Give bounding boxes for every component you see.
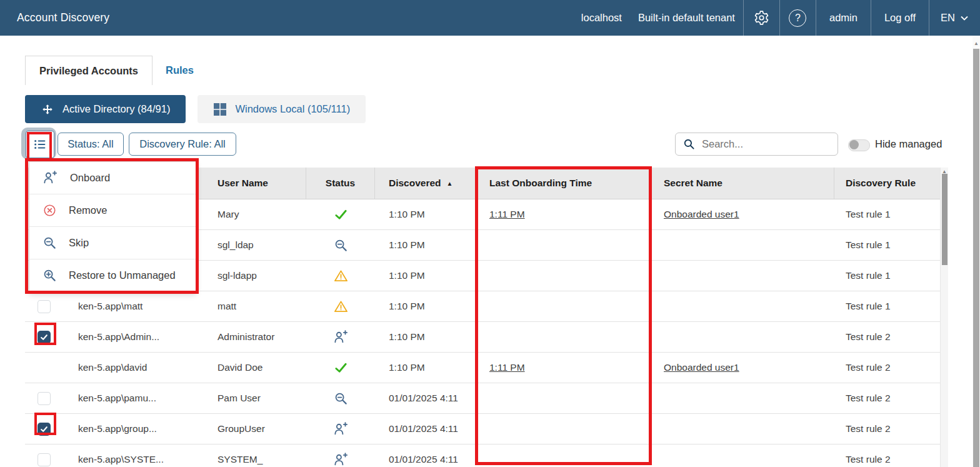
settings-button[interactable] [743, 0, 779, 36]
last-onboarding-cell [476, 322, 651, 352]
menu-item-restore-to-unmanaged[interactable]: Restore to Unmanaged [29, 259, 196, 291]
status-cell [306, 199, 375, 229]
windows-local-button[interactable]: Windows Local (105/111) [198, 95, 366, 123]
discovered-cell: 01/01/2025 4:11 [375, 383, 476, 413]
search-icon [683, 138, 695, 150]
page-title: Account Discovery [0, 0, 109, 36]
secret-name-cell [651, 444, 834, 467]
table-row[interactable]: ken-5.app\davidDavid Doe1:10 PM1:11 PMOn… [25, 353, 940, 383]
column-header-last_onboarding[interactable]: Last Onboarding Time [476, 168, 651, 199]
active-directory-icon [41, 103, 54, 116]
user-name-cell: sgl_ldap [206, 230, 306, 260]
column-header-secret[interactable]: Secret Name [651, 168, 834, 199]
last-onboarding-link[interactable]: 1:11 PM [489, 362, 525, 373]
status-filter-button[interactable]: Status: All [58, 133, 124, 156]
menu-item-label: Restore to Unmanaged [69, 269, 176, 281]
menu-item-label: Skip [69, 237, 89, 249]
account-name-cell: ken-5.app\pamu... [62, 383, 206, 413]
table-row[interactable]: ken-5.app\pamu...Pam User01/01/2025 4:11… [25, 383, 940, 414]
column-header-discovered[interactable]: Discovered▲ [375, 168, 476, 199]
search-box [675, 133, 838, 156]
table-row[interactable]: ken-5.app\SYSTE...SYSTEM_01/01/2025 4:11… [25, 444, 940, 467]
active-directory-button[interactable]: Active Directory (84/91) [25, 95, 186, 123]
language-selector[interactable]: EN [929, 0, 980, 36]
table-scrollbar-thumb[interactable] [942, 174, 948, 265]
account-name-cell: ken-5.app\group... [62, 414, 206, 444]
discovery-rule-cell: Test rule 1 [834, 261, 940, 291]
row-checkbox[interactable] [38, 453, 51, 466]
row-checkbox[interactable] [38, 392, 51, 405]
account-name-cell: ken-5.app\david [62, 353, 206, 383]
discovered-cell: 1:10 PM [375, 291, 476, 321]
page-scroll-up-arrow-icon[interactable]: ▲ [972, 41, 980, 46]
discovered-cell: 1:10 PM [375, 261, 476, 291]
table-scrollbar: ▲ [940, 168, 948, 467]
discovery-rule-cell: Test rule 2 [834, 414, 940, 444]
help-icon: ? [789, 9, 806, 27]
user-name-cell: GroupUser [206, 414, 306, 444]
search-input[interactable] [701, 138, 828, 151]
help-button[interactable]: ? [779, 0, 816, 36]
discovery-rule-cell: Test rule 2 [834, 353, 940, 383]
secret-name-cell [651, 414, 834, 444]
last-onboarding-cell: 1:11 PM [476, 199, 651, 229]
gear-icon [754, 10, 769, 26]
discovered-cell: 1:10 PM [375, 353, 476, 383]
zoom-minus-icon [334, 238, 348, 253]
bulk-actions-button[interactable] [26, 131, 54, 158]
tab-rules[interactable]: Rules [152, 56, 207, 85]
tab-privileged-accounts[interactable]: Privileged Accounts [25, 56, 152, 85]
secret-name-cell: Onboarded user1 [651, 353, 834, 383]
column-header-user[interactable]: User Name [206, 168, 306, 199]
row-checkbox-checked[interactable] [38, 423, 51, 436]
user-name-cell: Pam User [206, 383, 306, 413]
status-cell [306, 444, 375, 467]
secret-name-link[interactable]: Onboarded user1 [664, 209, 739, 220]
row-checkbox-checked[interactable] [38, 331, 51, 344]
hide-managed-toggle[interactable] [848, 139, 870, 151]
windows-local-label: Windows Local (105/111) [235, 103, 350, 115]
account-name-cell: ken-5.app\Admin... [62, 322, 206, 352]
column-header-status[interactable]: Status [306, 168, 375, 199]
host-label: localhost [573, 0, 630, 36]
logoff-button[interactable]: Log off [871, 0, 929, 36]
warning-icon [334, 299, 348, 314]
source-buttons: Active Directory (84/91) Windows Local (… [25, 95, 366, 123]
last-onboarding-cell [476, 414, 651, 444]
status-cell [306, 230, 375, 260]
table-row[interactable]: ken-5.app\mattmatt1:10 PMTest rule 1 [25, 291, 940, 322]
hide-managed-label: Hide managed [875, 138, 942, 150]
menu-item-remove[interactable]: Remove [29, 194, 196, 226]
last-onboarding-cell [476, 444, 651, 467]
windows-icon [213, 103, 227, 116]
discovery-rule-cell: Test rule 2 [834, 383, 940, 413]
select-cell [25, 291, 62, 321]
user-menu[interactable]: admin [816, 0, 871, 36]
check-icon [334, 208, 348, 222]
discovered-cell: 1:10 PM [375, 322, 476, 352]
page-scrollbar-thumb[interactable] [973, 49, 979, 467]
active-directory-label: Active Directory (84/91) [62, 103, 170, 115]
table-row[interactable]: ken-5.app\group...GroupUser01/01/2025 4:… [25, 414, 940, 444]
column-header-rule[interactable]: Discovery Rule [834, 168, 940, 199]
discovered-cell: 01/01/2025 4:11 [375, 444, 476, 467]
bulk-actions-menu: OnboardRemoveSkipRestore to Unmanaged [29, 161, 196, 292]
last-onboarding-link[interactable]: 1:11 PM [489, 209, 525, 220]
secret-name-cell [651, 261, 834, 291]
user-plus-icon [333, 452, 349, 467]
menu-item-skip[interactable]: Skip [29, 226, 196, 259]
discovery-rule-cell: Test rule 1 [834, 230, 940, 260]
secret-name-cell [651, 230, 834, 260]
discovery-rule-filter-button[interactable]: Discovery Rule: All [129, 133, 236, 156]
table-row[interactable]: ken-5.app\Admin...Administrator1:10 PMTe… [25, 322, 940, 353]
select-cell [25, 414, 62, 444]
menu-item-label: Remove [69, 204, 107, 216]
secret-name-link[interactable]: Onboarded user1 [664, 362, 739, 373]
page-scrollbar: ▲ [972, 36, 980, 467]
warning-icon [334, 269, 348, 283]
user-name-cell: matt [206, 291, 306, 321]
menu-item-onboard[interactable]: Onboard [29, 162, 196, 194]
top-bar: Account Discovery localhost Built-in def… [0, 0, 980, 36]
remove-circle-icon [42, 203, 57, 218]
row-checkbox[interactable] [38, 300, 51, 313]
